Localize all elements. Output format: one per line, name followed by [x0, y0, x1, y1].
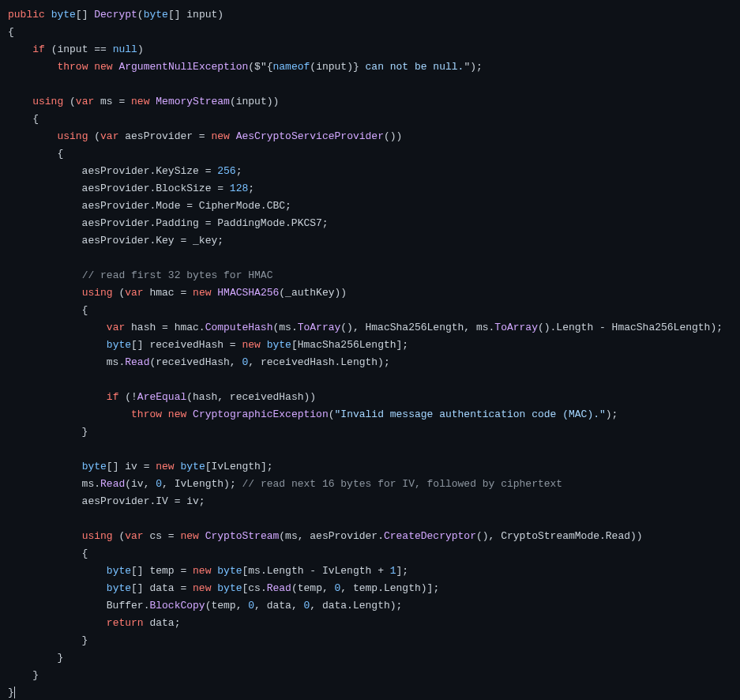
- code-token: return: [107, 617, 144, 629]
- code-token: }: [8, 426, 88, 438]
- code-token: aesProvider.IV = iv;: [8, 495, 205, 507]
- code-token: hmac =: [144, 287, 193, 299]
- code-token: (ms, aesProvider.: [279, 530, 384, 542]
- code-token: [186, 408, 193, 420]
- code-token: aesProvider.KeySize =: [8, 165, 217, 177]
- code-token: var: [76, 96, 94, 107]
- code-token: Buffer.: [8, 600, 149, 612]
- code-token: [HmacSha256Length];: [291, 339, 408, 351]
- code-token: nameof: [273, 61, 310, 73]
- code-token: (: [88, 130, 100, 142]
- code-token: [8, 61, 57, 73]
- code-token: aesProvider =: [118, 130, 211, 142]
- code-token: byte: [107, 582, 131, 594]
- code-token: ");: [464, 61, 482, 73]
- code-token: aesProvider.BlockSize =: [8, 183, 230, 194]
- code-token: {: [8, 26, 14, 38]
- code-token: ): [137, 43, 144, 55]
- code-token: new: [180, 530, 198, 542]
- code-token: aesProvider.Key = _key;: [8, 235, 224, 247]
- code-token: []: [76, 9, 94, 21]
- code-token: throw: [57, 61, 88, 73]
- code-token: ;: [248, 183, 254, 194]
- code-token: ().Length - HmacSha256Length);: [538, 322, 723, 333]
- code-token: new: [193, 287, 211, 299]
- code-token: aesProvider.Mode = CipherMode.CBC;: [8, 200, 291, 212]
- code-token: CryptoStream: [205, 530, 280, 542]
- code-token: [230, 130, 236, 142]
- code-token: (!: [118, 391, 137, 403]
- code-token: byte: [217, 565, 242, 577]
- code-token: byte: [180, 461, 205, 472]
- code-token: [8, 617, 107, 629]
- code-token: (: [113, 287, 126, 299]
- code-token: Decrypt: [94, 9, 137, 21]
- code-token: 1: [390, 565, 396, 577]
- code-token: Read: [100, 478, 125, 490]
- code-token: byte: [267, 339, 291, 351]
- code-token: ArgumentNullException: [118, 61, 248, 73]
- code-token: {: [8, 148, 63, 160]
- code-token: Read: [267, 582, 291, 594]
- code-token: [8, 287, 82, 299]
- code-token: var: [107, 322, 125, 333]
- code-token: new: [193, 582, 211, 594]
- code-token: 256: [217, 165, 235, 177]
- code-token: ];: [396, 565, 409, 577]
- code-token: aesProvider.Padding = PaddingMode.PKCS7;: [8, 217, 329, 229]
- code-token: new: [94, 61, 112, 73]
- code-token: byte: [107, 339, 131, 351]
- code-token: (hash, receivedHash)): [186, 391, 316, 403]
- code-token: , receivedHash.Length);: [248, 356, 389, 368]
- code-token: [162, 408, 168, 420]
- code-token: // read first 32 bytes for HMAC: [82, 269, 273, 281]
- code-token: [8, 96, 32, 107]
- code-token: "Invalid message authentication code (MA…: [335, 408, 606, 420]
- code-token: (input ==: [45, 43, 113, 55]
- code-token: (), CryptoStreamMode.Read)): [476, 530, 643, 542]
- code-token: new: [211, 130, 229, 142]
- code-token: ms.: [8, 478, 100, 490]
- code-token: (_authKey)): [279, 287, 347, 299]
- code-token: [cs.: [242, 582, 267, 594]
- code-token: public: [8, 9, 45, 21]
- code-token: new: [193, 565, 211, 577]
- code-token: can not be null.: [366, 61, 464, 73]
- code-token: ms =: [94, 96, 131, 107]
- code-token: (temp,: [291, 582, 335, 594]
- code-token: (input)): [230, 96, 279, 107]
- code-token: AreEqual: [137, 391, 186, 403]
- code-token: [] input): [168, 9, 224, 21]
- code-token: var: [100, 130, 118, 142]
- code-token: Read: [125, 356, 149, 368]
- code-block[interactable]: public byte[] Decrypt(byte[] input) { if…: [0, 0, 740, 700]
- text-cursor: [14, 687, 15, 698]
- code-token: cs =: [144, 530, 181, 542]
- code-token: (temp,: [205, 600, 249, 612]
- code-token: using: [82, 530, 113, 542]
- code-token: {: [8, 113, 39, 125]
- code-token: [8, 269, 82, 281]
- code-token: new: [131, 96, 149, 107]
- code-token: new: [156, 461, 174, 472]
- code-token: 128: [230, 183, 248, 194]
- code-token: [45, 9, 51, 21]
- code-token: [8, 43, 32, 55]
- code-token: [8, 408, 131, 420]
- code-token: {: [267, 61, 273, 73]
- code-token: 0: [248, 600, 254, 612]
- code-token: new: [168, 408, 186, 420]
- code-token: (receivedHash,: [149, 356, 242, 368]
- code-token: byte: [107, 565, 131, 577]
- code-token: (: [113, 530, 126, 542]
- code-token: , temp.Length)];: [340, 582, 439, 594]
- code-token: // read next 16 bytes for IV, followed b…: [242, 478, 563, 490]
- code-token: }: [8, 687, 14, 698]
- code-token: (: [63, 96, 76, 107]
- code-token: [8, 461, 82, 472]
- code-token: [8, 565, 107, 577]
- code-token: , data.Length);: [310, 600, 402, 612]
- code-token: [261, 339, 267, 351]
- code-token: byte: [82, 461, 107, 472]
- code-token: byte: [144, 9, 168, 21]
